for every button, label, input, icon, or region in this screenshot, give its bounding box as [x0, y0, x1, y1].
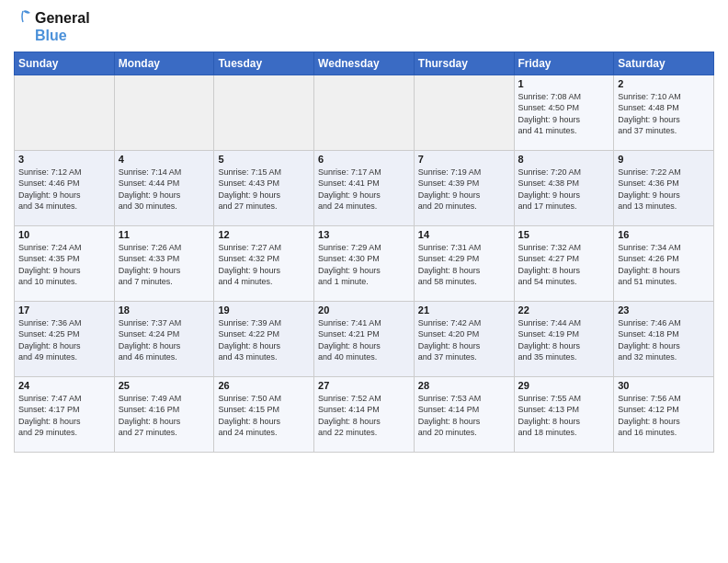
day-number: 24 [18, 380, 110, 391]
day-info: Sunrise: 7:31 AM Sunset: 4:29 PM Dayligh… [418, 242, 510, 288]
weekday-header-saturday: Saturday [614, 52, 714, 75]
day-info: Sunrise: 7:19 AM Sunset: 4:39 PM Dayligh… [418, 167, 510, 213]
day-info: Sunrise: 7:17 AM Sunset: 4:41 PM Dayligh… [318, 167, 410, 213]
calendar-cell: 9Sunrise: 7:22 AM Sunset: 4:36 PM Daylig… [614, 150, 714, 225]
day-info: Sunrise: 7:49 AM Sunset: 4:16 PM Dayligh… [119, 393, 210, 439]
day-info: Sunrise: 7:52 AM Sunset: 4:14 PM Dayligh… [318, 393, 410, 439]
calendar-cell: 19Sunrise: 7:39 AM Sunset: 4:22 PM Dayli… [214, 301, 314, 376]
calendar-cell: 18Sunrise: 7:37 AM Sunset: 4:24 PM Dayli… [114, 301, 214, 376]
weekday-header-friday: Friday [514, 52, 614, 75]
day-number: 2 [618, 78, 710, 89]
calendar-cell: 8Sunrise: 7:20 AM Sunset: 4:38 PM Daylig… [514, 150, 614, 225]
day-number: 1 [518, 78, 610, 89]
calendar: SundayMondayTuesdayWednesdayThursdayFrid… [14, 52, 714, 453]
day-info: Sunrise: 7:44 AM Sunset: 4:19 PM Dayligh… [518, 317, 610, 363]
calendar-cell: 23Sunrise: 7:46 AM Sunset: 4:18 PM Dayli… [614, 301, 714, 376]
day-number: 15 [518, 229, 610, 240]
calendar-cell [414, 75, 514, 150]
calendar-cell: 22Sunrise: 7:44 AM Sunset: 4:19 PM Dayli… [514, 301, 614, 376]
calendar-cell: 29Sunrise: 7:55 AM Sunset: 4:13 PM Dayli… [514, 376, 614, 452]
day-number: 26 [218, 380, 310, 391]
week-row-3: 10Sunrise: 7:24 AM Sunset: 4:35 PM Dayli… [15, 225, 714, 301]
calendar-cell [15, 75, 115, 150]
day-info: Sunrise: 7:56 AM Sunset: 4:12 PM Dayligh… [618, 393, 710, 439]
day-number: 18 [119, 304, 210, 316]
calendar-cell: 17Sunrise: 7:36 AM Sunset: 4:25 PM Dayli… [15, 301, 115, 376]
calendar-cell: 15Sunrise: 7:32 AM Sunset: 4:27 PM Dayli… [514, 225, 614, 301]
logo-bird-icon [14, 9, 32, 28]
day-info: Sunrise: 7:20 AM Sunset: 4:38 PM Dayligh… [518, 167, 610, 213]
weekday-header-wednesday: Wednesday [314, 52, 415, 75]
logo-container: General Blue [14, 9, 90, 44]
calendar-cell: 14Sunrise: 7:31 AM Sunset: 4:29 PM Dayli… [414, 225, 514, 301]
calendar-cell: 28Sunrise: 7:53 AM Sunset: 4:14 PM Dayli… [414, 376, 514, 452]
day-info: Sunrise: 7:14 AM Sunset: 4:44 PM Dayligh… [119, 167, 210, 213]
calendar-cell [214, 75, 314, 150]
calendar-cell: 21Sunrise: 7:42 AM Sunset: 4:20 PM Dayli… [414, 301, 514, 376]
day-number: 29 [518, 380, 610, 391]
week-row-4: 17Sunrise: 7:36 AM Sunset: 4:25 PM Dayli… [15, 301, 714, 376]
calendar-cell: 3Sunrise: 7:12 AM Sunset: 4:46 PM Daylig… [15, 150, 115, 225]
logo-text-blue: Blue [35, 28, 90, 44]
day-info: Sunrise: 7:12 AM Sunset: 4:46 PM Dayligh… [18, 167, 110, 213]
day-number: 3 [18, 154, 110, 165]
logo-text-general: General [35, 10, 90, 27]
calendar-cell: 12Sunrise: 7:27 AM Sunset: 4:32 PM Dayli… [214, 225, 314, 301]
day-info: Sunrise: 7:37 AM Sunset: 4:24 PM Dayligh… [119, 317, 210, 363]
calendar-cell: 10Sunrise: 7:24 AM Sunset: 4:35 PM Dayli… [15, 225, 115, 301]
day-info: Sunrise: 7:36 AM Sunset: 4:25 PM Dayligh… [18, 317, 110, 363]
weekday-header-sunday: Sunday [15, 52, 115, 75]
day-number: 7 [418, 154, 510, 165]
calendar-cell: 24Sunrise: 7:47 AM Sunset: 4:17 PM Dayli… [15, 376, 115, 452]
day-number: 25 [119, 380, 210, 391]
calendar-cell: 4Sunrise: 7:14 AM Sunset: 4:44 PM Daylig… [114, 150, 214, 225]
day-number: 4 [119, 154, 210, 165]
day-number: 12 [218, 229, 310, 240]
calendar-cell: 1Sunrise: 7:08 AM Sunset: 4:50 PM Daylig… [514, 75, 614, 150]
day-number: 23 [618, 304, 710, 316]
day-number: 30 [618, 380, 710, 391]
calendar-cell: 13Sunrise: 7:29 AM Sunset: 4:30 PM Dayli… [314, 225, 415, 301]
calendar-cell: 7Sunrise: 7:19 AM Sunset: 4:39 PM Daylig… [414, 150, 514, 225]
day-number: 6 [318, 154, 410, 165]
page: General Blue SundayMondayTuesdayWednesda… [0, 0, 728, 563]
day-number: 19 [218, 304, 310, 316]
logo: General Blue [14, 9, 90, 44]
calendar-cell: 6Sunrise: 7:17 AM Sunset: 4:41 PM Daylig… [314, 150, 415, 225]
day-number: 16 [618, 229, 710, 240]
day-info: Sunrise: 7:50 AM Sunset: 4:15 PM Dayligh… [218, 393, 310, 439]
day-info: Sunrise: 7:08 AM Sunset: 4:50 PM Dayligh… [518, 91, 610, 137]
day-number: 28 [418, 380, 510, 391]
week-row-5: 24Sunrise: 7:47 AM Sunset: 4:17 PM Dayli… [15, 376, 714, 452]
day-info: Sunrise: 7:32 AM Sunset: 4:27 PM Dayligh… [518, 242, 610, 288]
day-number: 27 [318, 380, 410, 391]
day-number: 5 [218, 154, 310, 165]
day-info: Sunrise: 7:15 AM Sunset: 4:43 PM Dayligh… [218, 167, 310, 213]
day-number: 17 [18, 304, 110, 316]
day-number: 10 [18, 229, 110, 240]
day-info: Sunrise: 7:29 AM Sunset: 4:30 PM Dayligh… [318, 242, 410, 288]
day-info: Sunrise: 7:10 AM Sunset: 4:48 PM Dayligh… [618, 91, 710, 137]
header: General Blue [14, 9, 714, 44]
weekday-header-monday: Monday [114, 52, 214, 75]
day-info: Sunrise: 7:41 AM Sunset: 4:21 PM Dayligh… [318, 317, 410, 363]
day-info: Sunrise: 7:26 AM Sunset: 4:33 PM Dayligh… [119, 242, 210, 288]
day-number: 9 [618, 154, 710, 165]
day-info: Sunrise: 7:47 AM Sunset: 4:17 PM Dayligh… [18, 393, 110, 439]
day-info: Sunrise: 7:39 AM Sunset: 4:22 PM Dayligh… [218, 317, 310, 363]
weekday-header-row: SundayMondayTuesdayWednesdayThursdayFrid… [15, 52, 714, 75]
calendar-cell [114, 75, 214, 150]
day-number: 14 [418, 229, 510, 240]
weekday-header-tuesday: Tuesday [214, 52, 314, 75]
week-row-2: 3Sunrise: 7:12 AM Sunset: 4:46 PM Daylig… [15, 150, 714, 225]
calendar-cell: 27Sunrise: 7:52 AM Sunset: 4:14 PM Dayli… [314, 376, 415, 452]
calendar-cell: 25Sunrise: 7:49 AM Sunset: 4:16 PM Dayli… [114, 376, 214, 452]
calendar-cell: 26Sunrise: 7:50 AM Sunset: 4:15 PM Dayli… [214, 376, 314, 452]
day-info: Sunrise: 7:53 AM Sunset: 4:14 PM Dayligh… [418, 393, 510, 439]
day-number: 11 [119, 229, 210, 240]
day-info: Sunrise: 7:34 AM Sunset: 4:26 PM Dayligh… [618, 242, 710, 288]
calendar-cell: 20Sunrise: 7:41 AM Sunset: 4:21 PM Dayli… [314, 301, 415, 376]
day-number: 8 [518, 154, 610, 165]
day-info: Sunrise: 7:42 AM Sunset: 4:20 PM Dayligh… [418, 317, 510, 363]
weekday-header-thursday: Thursday [414, 52, 514, 75]
